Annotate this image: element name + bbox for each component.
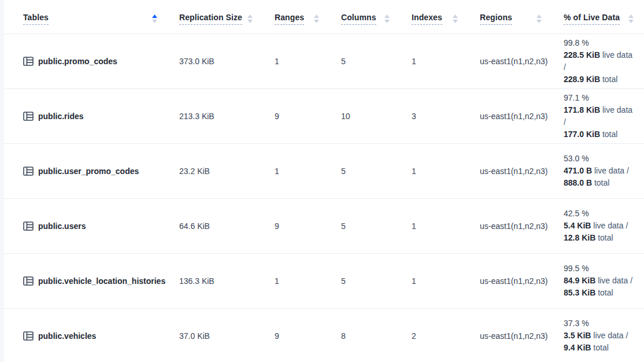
cell-replication-size: 64.6 KiB [168, 198, 263, 253]
column-header-label: Replication Size [179, 13, 242, 25]
live-data-size-line: 5.4 KiB live data / [564, 220, 634, 232]
cell-ranges: 9 [263, 198, 330, 253]
column-header-ranges[interactable]: Ranges [263, 0, 330, 34]
column-header-label: Regions [480, 13, 512, 25]
sort-icon[interactable] [152, 14, 157, 23]
live-data-percent: 99.8 % [564, 37, 634, 49]
cell-pct-live-data: 99.8 % 228.5 KiB live data / 228.9 KiB t… [552, 34, 644, 88]
table-name-link[interactable]: public.promo_codes [38, 57, 117, 66]
column-header-columns[interactable]: Columns [330, 0, 400, 34]
table-row[interactable]: public.users 64.6 KiB 9 5 1 us-east1(n1,… [4, 198, 644, 253]
cell-ranges: 1 [263, 34, 330, 88]
tables-list: Tables Replication Size [4, 0, 644, 362]
cell-replication-size: 37.0 KiB [168, 308, 263, 362]
cell-indexes: 1 [400, 34, 468, 88]
cell-replication-size: 136.3 KiB [168, 253, 263, 308]
sort-icon[interactable] [247, 14, 253, 23]
live-data-size-line: 3.5 KiB live data / [564, 330, 634, 342]
cell-columns: 5 [330, 198, 400, 253]
live-data-percent: 53.0 % [564, 153, 634, 165]
table-row[interactable]: public.vehicles 37.0 KiB 9 8 2 us-east1(… [4, 308, 644, 362]
live-data-percent: 99.5 % [564, 263, 634, 275]
column-header-label: % of Live Data [564, 13, 620, 25]
cell-replication-size: 213.3 KiB [168, 88, 263, 143]
sort-icon[interactable] [536, 14, 542, 23]
table-name-link[interactable]: public.users [38, 221, 86, 231]
cell-ranges: 1 [263, 253, 330, 308]
table-icon [23, 167, 34, 176]
total-size-line: 85.3 KiB total [564, 287, 634, 299]
cell-columns: 5 [330, 143, 400, 198]
sort-icon[interactable] [314, 14, 319, 23]
table-name-link[interactable]: public.rides [38, 112, 84, 121]
table-row[interactable]: public.promo_codes 373.0 KiB 1 5 1 us-ea… [4, 34, 644, 88]
column-header-label: Columns [341, 13, 376, 25]
cell-table-name: public.user_promo_codes [4, 143, 168, 198]
table-row[interactable]: public.vehicle_location_histories 136.3 … [4, 253, 644, 308]
cell-indexes: 1 [400, 253, 468, 308]
cell-replication-size: 23.2 KiB [168, 143, 263, 198]
live-data-size-line: 228.5 KiB live data / [564, 49, 634, 73]
live-data-percent: 42.5 % [564, 208, 634, 220]
cell-columns: 10 [330, 88, 400, 143]
cell-regions: us-east1(n1,n2,n3) [468, 253, 552, 308]
cell-indexes: 2 [400, 308, 468, 362]
cell-regions: us-east1(n1,n2,n3) [468, 88, 552, 143]
cell-table-name: public.vehicle_location_histories [4, 253, 168, 308]
live-data-size-line: 471.0 B live data / [564, 165, 634, 177]
cell-regions: us-east1(n1,n2,n3) [468, 198, 552, 253]
column-header-label: Ranges [275, 13, 304, 25]
cell-ranges: 9 [263, 88, 330, 143]
table-header-row: Tables Replication Size [4, 0, 644, 34]
column-header-replication-size[interactable]: Replication Size [168, 0, 263, 34]
cell-table-name: public.users [4, 198, 168, 253]
table-name-link[interactable]: public.user_promo_codes [38, 167, 139, 176]
cell-regions: us-east1(n1,n2,n3) [468, 143, 552, 198]
table-body: public.promo_codes 373.0 KiB 1 5 1 us-ea… [4, 34, 644, 362]
cell-columns: 5 [330, 34, 400, 88]
column-header-label: Indexes [412, 13, 442, 25]
cell-table-name: public.promo_codes [4, 34, 168, 88]
cell-replication-size: 373.0 KiB [168, 34, 263, 88]
cell-pct-live-data: 53.0 % 471.0 B live data / 888.0 B total [552, 143, 644, 198]
tables-list-card: Tables Replication Size [4, 0, 644, 362]
column-header-label: Tables [23, 13, 49, 25]
cell-pct-live-data: 42.5 % 5.4 KiB live data / 12.8 KiB tota… [552, 198, 644, 253]
table-icon [23, 57, 34, 66]
column-header-indexes[interactable]: Indexes [400, 0, 468, 34]
live-data-percent: 97.1 % [564, 92, 634, 104]
table-icon [23, 221, 34, 231]
column-header-regions[interactable]: Regions [468, 0, 552, 34]
cell-indexes: 1 [400, 198, 468, 253]
table-row[interactable]: public.rides 213.3 KiB 9 10 3 us-east1(n… [4, 88, 644, 143]
cell-pct-live-data: 37.3 % 3.5 KiB live data / 9.4 KiB total [552, 308, 644, 362]
table-name-link[interactable]: public.vehicles [38, 331, 96, 341]
cell-indexes: 3 [400, 88, 468, 143]
table-name-link[interactable]: public.vehicle_location_histories [38, 276, 165, 286]
cell-ranges: 1 [263, 143, 330, 198]
cell-regions: us-east1(n1,n2,n3) [468, 34, 552, 88]
sort-icon[interactable] [384, 14, 390, 23]
total-size-line: 12.8 KiB total [564, 232, 634, 244]
cell-pct-live-data: 97.1 % 171.8 KiB live data / 177.0 KiB t… [552, 88, 644, 143]
total-size-line: 888.0 B total [564, 177, 634, 189]
cell-ranges: 9 [263, 308, 330, 362]
column-header-pct-live-data[interactable]: % of Live Data [552, 0, 644, 34]
page-background: Tables Replication Size [0, 0, 644, 362]
cell-table-name: public.rides [4, 88, 168, 143]
column-header-tables[interactable]: Tables [4, 0, 168, 34]
live-data-size-line: 171.8 KiB live data / [564, 104, 634, 128]
table-icon [23, 276, 34, 286]
cell-columns: 8 [330, 308, 400, 362]
sort-icon[interactable] [453, 14, 458, 23]
live-data-size-line: 84.9 KiB live data / [564, 275, 634, 287]
cell-regions: us-east1(n1,n2,n3) [468, 308, 552, 362]
live-data-percent: 37.3 % [564, 317, 634, 330]
table-icon [23, 331, 34, 341]
cell-pct-live-data: 99.5 % 84.9 KiB live data / 85.3 KiB tot… [552, 253, 644, 308]
cell-columns: 5 [330, 253, 400, 308]
cell-indexes: 1 [400, 143, 468, 198]
sort-icon[interactable] [628, 14, 634, 23]
table-row[interactable]: public.user_promo_codes 23.2 KiB 1 5 1 u… [4, 143, 644, 198]
table-icon [23, 112, 34, 121]
